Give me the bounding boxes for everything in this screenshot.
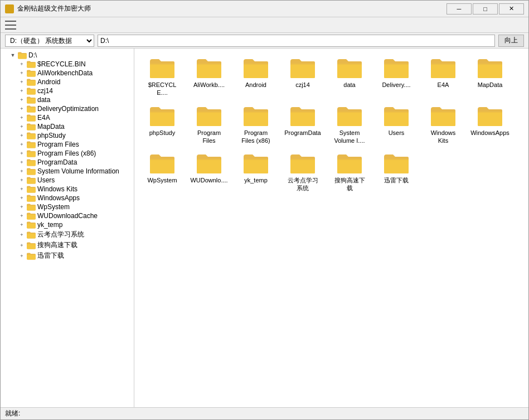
up-button[interactable]: 向上	[498, 35, 524, 47]
file-item[interactable]: Users	[374, 102, 419, 148]
tree-toggle[interactable]: +	[18, 159, 25, 166]
file-item[interactable]: AliWorkb....	[187, 54, 231, 100]
tree-root[interactable]: ▼ D:\	[1, 51, 134, 60]
tree-toggle[interactable]: +	[18, 221, 25, 228]
file-label: ProgramData	[284, 129, 321, 137]
tree-item[interactable]: + AliWorkbenchData	[1, 69, 134, 78]
tree-item[interactable]: + 搜狗高速下载	[1, 240, 134, 250]
tree-toggle[interactable]: +	[18, 141, 25, 148]
tree-toggle[interactable]: +	[18, 150, 25, 157]
tree-item[interactable]: + 迅雷下载	[1, 250, 134, 261]
tree-toggle[interactable]: +	[18, 253, 25, 259]
menu-icon[interactable]	[5, 21, 16, 30]
tree-item-label: System Volume Information	[37, 167, 119, 175]
tree-item[interactable]: + $RECYCLE.BIN	[1, 60, 134, 69]
tree-item[interactable]: + ProgramData	[1, 158, 134, 167]
tree-toggle[interactable]: +	[18, 186, 25, 192]
file-item[interactable]: WindowsKits	[421, 102, 465, 148]
tree-toggle[interactable]: +	[18, 70, 25, 76]
tree-item[interactable]: + yk_temp	[1, 220, 134, 229]
tree-item[interactable]: + WpSystem	[1, 202, 134, 211]
tree-item[interactable]: + Program Files (x86)	[1, 149, 134, 158]
tree-toggle[interactable]: +	[18, 61, 25, 67]
title-bar: 金刚钻超级文件加密大师 ─ □ ✕	[1, 1, 528, 17]
folder-icon	[27, 194, 36, 202]
folder-icon	[27, 203, 36, 211]
tree-toggle[interactable]: +	[18, 168, 25, 175]
file-item[interactable]: Delivery....	[374, 54, 419, 100]
path-input[interactable]	[98, 35, 495, 47]
status-text: 就绪:	[5, 409, 20, 418]
file-item[interactable]: data	[327, 54, 372, 100]
tree-toggle[interactable]: +	[18, 132, 25, 139]
tree-toggle[interactable]: +	[18, 231, 25, 238]
tree-item[interactable]: + phpStudy	[1, 131, 134, 140]
tree-item[interactable]: + WUDownloadCache	[1, 211, 134, 220]
tree-toggle[interactable]: +	[18, 88, 25, 94]
drive-select[interactable]: D:（硬盘） 系统数据	[5, 35, 94, 47]
tree-toggle[interactable]: +	[18, 114, 25, 121]
tree-item[interactable]: + data	[1, 95, 134, 104]
folder-icon	[27, 176, 36, 184]
main-window: 金刚钻超级文件加密大师 ─ □ ✕ D:（硬盘） 系统数据 向上 ▼	[0, 0, 529, 420]
tree-toggle[interactable]: +	[18, 195, 25, 201]
file-label: 云考点学习系统	[288, 176, 318, 192]
folder-icon-large	[477, 57, 503, 79]
tree-item[interactable]: + Program Files	[1, 140, 134, 149]
file-item[interactable]: ProgramData	[280, 102, 325, 148]
tree-toggle[interactable]: +	[18, 213, 25, 219]
close-button[interactable]: ✕	[499, 3, 524, 15]
maximize-button[interactable]: □	[473, 3, 498, 15]
file-item[interactable]: czj14	[280, 54, 325, 100]
tree-item[interactable]: + MapData	[1, 122, 134, 131]
minimize-button[interactable]: ─	[447, 3, 472, 15]
file-item[interactable]: WUDownlo....	[187, 149, 231, 195]
tree-item-label: phpStudy	[37, 132, 66, 139]
folder-icon-large	[336, 152, 363, 175]
tree-item[interactable]: + Users	[1, 176, 134, 185]
file-item[interactable]: Android	[234, 54, 278, 100]
tree-item[interactable]: + 云考点学习系统	[1, 229, 134, 240]
tree-toggle[interactable]: +	[18, 105, 25, 112]
file-label: SystemVolume I....	[334, 129, 365, 145]
file-item[interactable]: phpStudy	[140, 102, 185, 148]
tree-item-label: DeliveryOptimization	[37, 105, 99, 113]
file-item[interactable]: SystemVolume I....	[327, 102, 372, 148]
file-label: czj14	[295, 81, 310, 89]
file-item[interactable]: WpSystem	[140, 149, 185, 195]
tree-item[interactable]: + Windows Kits	[1, 185, 134, 194]
file-item[interactable]: 云考点学习系统	[280, 149, 325, 195]
tree-toggle-root[interactable]: ▼	[9, 52, 16, 59]
folder-icon	[27, 69, 36, 77]
folder-icon-large	[196, 152, 222, 175]
file-item[interactable]: $RECYCLE....	[140, 54, 185, 100]
file-label: WindowsKits	[431, 129, 456, 145]
tree-item-label: E4A	[37, 114, 50, 122]
folder-icon-large	[336, 57, 363, 79]
tree-toggle[interactable]: +	[18, 96, 25, 103]
tree-toggle[interactable]: +	[18, 177, 25, 184]
tree-item[interactable]: + DeliveryOptimization	[1, 104, 134, 113]
tree-toggle[interactable]: +	[18, 123, 25, 130]
tree-item[interactable]: + E4A	[1, 113, 134, 122]
file-item[interactable]: ProgramFiles	[187, 102, 231, 148]
tree-item[interactable]: + System Volume Information	[1, 167, 134, 176]
app-icon	[5, 4, 14, 13]
file-label: E4A	[438, 81, 449, 89]
file-item[interactable]: yk_temp	[234, 149, 278, 195]
file-label: 搜狗高速下载	[334, 176, 365, 192]
tree-toggle[interactable]: +	[18, 79, 25, 85]
tree-item[interactable]: + WindowsApps	[1, 194, 134, 202]
file-item[interactable]: WindowsApps	[468, 102, 512, 148]
file-item[interactable]: 迅雷下载	[374, 149, 419, 195]
file-item[interactable]: E4A	[421, 54, 465, 100]
tree-toggle[interactable]: +	[18, 242, 25, 249]
folder-icon-large	[430, 105, 457, 127]
file-item[interactable]: ProgramFiles (x86)	[234, 102, 278, 148]
tree-item[interactable]: + Android	[1, 78, 134, 86]
tree-toggle[interactable]: +	[18, 204, 25, 210]
folder-icon-large	[289, 57, 316, 79]
tree-item[interactable]: + czj14	[1, 86, 134, 95]
file-item[interactable]: MapData	[468, 54, 512, 100]
file-item[interactable]: 搜狗高速下载	[327, 149, 372, 195]
